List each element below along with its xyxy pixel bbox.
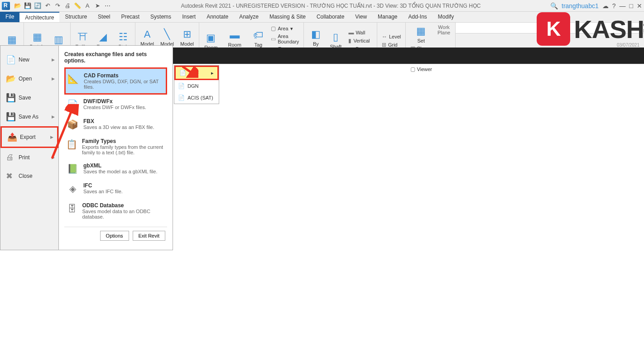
byface-icon: ◧ bbox=[311, 29, 321, 40]
annotation-arrow-1 bbox=[48, 104, 79, 164]
fm-new[interactable]: 📄New▶ bbox=[0, 50, 58, 69]
open-icon[interactable]: 📂 bbox=[14, 2, 22, 10]
print-icon: 🖨 bbox=[6, 152, 15, 162]
fm-header: Creates exchange files and sets options. bbox=[64, 51, 167, 64]
save-icon: 💾 bbox=[6, 93, 15, 103]
fm-dwf[interactable]: 📄DWF/DWFxCreates DWF or DWFx files. bbox=[64, 95, 167, 114]
viewer-icon: ▢ bbox=[410, 66, 415, 72]
btn-wall-open[interactable]: ▬Wall bbox=[346, 29, 374, 37]
help-icon[interactable]: ? bbox=[612, 2, 616, 10]
user-name[interactable]: trangthuabc1 bbox=[562, 2, 599, 10]
tab-addins[interactable]: Add-Ins bbox=[403, 12, 432, 22]
tab-annotate[interactable]: Annotate bbox=[201, 12, 234, 22]
ribbon: ▦WG ▦Curtain Grid ▥Mullion ⛩Railing ◢Ram… bbox=[0, 23, 644, 64]
wg-icon: ▦ bbox=[7, 34, 17, 46]
vert-icon: ▮ bbox=[348, 38, 351, 44]
title-bar: 📂 💾 🔄 ↶ ↷ 🖨 📏 A ➤ ⋯ Autodesk Revit 2021 … bbox=[0, 0, 644, 12]
level-icon: ↔ bbox=[382, 33, 387, 40]
new-icon: 📄 bbox=[6, 55, 15, 65]
window-title: Autodesk Revit 2021 - UNREGISTERED VERSI… bbox=[111, 3, 550, 9]
ifc-icon: ◈ bbox=[66, 182, 79, 195]
dgn-icon: 📄 bbox=[178, 83, 185, 89]
tab-collaborate[interactable]: Collaborate bbox=[311, 12, 350, 22]
mgroup-icon: ⊞ bbox=[183, 29, 191, 40]
annotation-arrow-2 bbox=[180, 64, 198, 79]
more-icon[interactable]: ⋯ bbox=[103, 2, 111, 10]
minimize-icon[interactable]: — bbox=[620, 2, 626, 10]
quick-access-toolbar[interactable]: 📂 💾 🔄 ↶ ↷ 🖨 📏 A ➤ ⋯ bbox=[14, 2, 111, 10]
set-icon: ▦ bbox=[416, 25, 426, 37]
btn-vertical[interactable]: ▮Vertical bbox=[346, 37, 374, 45]
btn-exit-revit[interactable]: Exit Revit bbox=[133, 231, 165, 241]
maximize-icon[interactable]: □ bbox=[630, 2, 633, 10]
room-icon: ▣ bbox=[206, 32, 216, 44]
tab-massing[interactable]: Massing & Site bbox=[264, 12, 311, 22]
arrow-icon[interactable]: ➤ bbox=[93, 2, 101, 10]
mline-icon: ╲ bbox=[164, 29, 170, 40]
sat-icon: 📄 bbox=[178, 95, 185, 101]
btn-area[interactable]: ▢Area ▾ bbox=[269, 24, 301, 33]
text-icon[interactable]: A bbox=[83, 2, 91, 10]
tab-manage[interactable]: Manage bbox=[372, 12, 403, 22]
tab-architecture[interactable]: Architecture bbox=[19, 12, 59, 22]
cad-dgn[interactable]: 📄DGN bbox=[174, 80, 219, 92]
cad-sat[interactable]: 📄ACIS (SAT) bbox=[174, 92, 219, 104]
save-icon[interactable]: 💾 bbox=[24, 2, 32, 10]
fm-ifc[interactable]: ◈IFCSaves an IFC file. bbox=[64, 179, 167, 199]
cad-icon: 📐 bbox=[67, 72, 79, 85]
watermark-text: KASH bbox=[574, 14, 644, 44]
wall-icon: ▬ bbox=[348, 29, 354, 36]
export-icon: 📤 bbox=[7, 132, 16, 142]
tab-structure[interactable]: Structure bbox=[59, 12, 92, 22]
btn-area-boundary[interactable]: ▭Area Boundary bbox=[269, 33, 301, 45]
curtain-icon: ▦ bbox=[33, 31, 42, 43]
btn-options[interactable]: Options bbox=[100, 231, 129, 241]
revit-logo bbox=[2, 2, 10, 10]
undo-icon[interactable]: ↶ bbox=[43, 2, 52, 10]
stair-icon: ☷ bbox=[119, 31, 128, 43]
mtext-icon: A bbox=[144, 29, 151, 40]
btn-level[interactable]: ↔Level bbox=[380, 33, 403, 41]
saveas-icon: 💾 bbox=[6, 112, 15, 122]
close-icon[interactable]: ✕ bbox=[637, 2, 642, 10]
file-menu: 📄New▶ 📂Open▶ 💾Save 💾Save As▶ 📤Export▶ 🖨P… bbox=[0, 45, 173, 250]
railing-icon: ⛩ bbox=[78, 31, 88, 43]
sync-icon[interactable]: 🔄 bbox=[34, 2, 42, 10]
fm-cad-formats[interactable]: 📐 CAD FormatsCreates DWG, DXF, DGN, or S… bbox=[64, 67, 167, 95]
svg-line-0 bbox=[52, 109, 72, 158]
rsep-icon: ▬ bbox=[230, 29, 240, 41]
fm-family[interactable]: 📋Family TypesExports family types from t… bbox=[64, 134, 167, 159]
tab-precast[interactable]: Precast bbox=[115, 12, 145, 22]
tab-insert[interactable]: Insert bbox=[177, 12, 201, 22]
cloud-icon[interactable]: ☁ bbox=[602, 2, 609, 10]
ramp-icon: ◢ bbox=[99, 31, 107, 43]
open-icon: 📂 bbox=[6, 74, 15, 84]
fm-fbx[interactable]: 📦FBXSaves a 3D view as an FBX file. bbox=[64, 114, 167, 134]
redo-icon[interactable]: ↷ bbox=[53, 2, 62, 10]
shaft-icon: ▯ bbox=[333, 31, 338, 43]
mullion-icon: ▥ bbox=[54, 34, 63, 46]
print-icon[interactable]: 🖨 bbox=[63, 2, 72, 10]
tab-steel[interactable]: Steel bbox=[92, 12, 115, 22]
measure-icon[interactable]: 📏 bbox=[73, 2, 82, 10]
watermark-logo: K bbox=[537, 12, 570, 46]
rtag-icon: 🏷 bbox=[253, 29, 263, 41]
grid-icon: ⊞ bbox=[382, 42, 386, 48]
fm-open[interactable]: 📂Open▶ bbox=[0, 69, 58, 88]
btn-viewer[interactable]: ▢Viewer bbox=[409, 65, 434, 73]
odbc-icon: 🗄 bbox=[66, 202, 77, 215]
gbx-icon: 📗 bbox=[66, 162, 79, 175]
fm-gbxml[interactable]: 📗gbXMLSaves the model as a gbXML file. bbox=[64, 159, 167, 179]
tab-view[interactable]: View bbox=[350, 12, 372, 22]
watermark: K KASH bbox=[537, 12, 644, 46]
tab-modify[interactable]: Modify bbox=[433, 12, 459, 22]
tab-file[interactable]: File bbox=[0, 12, 19, 22]
svg-line-1 bbox=[183, 67, 194, 74]
abound-icon: ▭ bbox=[271, 36, 276, 42]
tab-analyze[interactable]: Analyze bbox=[234, 12, 264, 22]
tab-systems[interactable]: Systems bbox=[145, 12, 177, 22]
fm-close[interactable]: ✖Close bbox=[0, 167, 58, 186]
fm-odbc[interactable]: 🗄ODBC DatabaseSaves model data to an ODB… bbox=[64, 199, 167, 223]
search-icon[interactable]: 🔍 bbox=[550, 2, 558, 10]
close-file-icon: ✖ bbox=[6, 171, 15, 181]
